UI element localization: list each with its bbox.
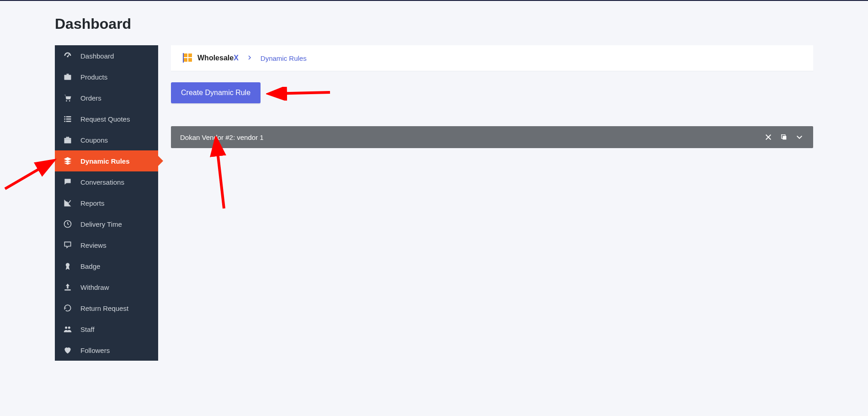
sidebar-item-label: Request Quotes (80, 115, 130, 123)
svg-rect-20 (188, 58, 192, 62)
upload-icon (63, 283, 72, 292)
cart-icon (63, 93, 72, 102)
sidebar-item-label: Dynamic Rules (80, 157, 130, 165)
sidebar-item-label: Badge (80, 262, 100, 270)
svg-point-2 (66, 100, 67, 101)
layers-icon (63, 156, 72, 165)
sidebar-item-label: Followers (80, 347, 110, 354)
award-icon (63, 261, 72, 271)
copy-icon[interactable] (779, 133, 788, 142)
svg-rect-5 (66, 116, 71, 117)
svg-rect-17 (184, 53, 187, 57)
sidebar-item-label: Conversations (80, 178, 124, 186)
svg-rect-19 (184, 58, 187, 62)
sidebar-item-orders[interactable]: Orders (55, 87, 158, 108)
main-content: WholesaleX Dynamic Rules Create Dynamic … (171, 45, 813, 148)
gift-icon (63, 135, 72, 144)
svg-point-3 (69, 100, 70, 101)
sidebar-item-badge[interactable]: Badge (55, 256, 158, 277)
svg-rect-1 (64, 75, 71, 80)
svg-rect-4 (64, 116, 66, 117)
sidebar-item-label: Dashboard (80, 52, 114, 60)
sidebar-item-delivery-time[interactable]: Delivery Time (55, 213, 158, 235)
svg-rect-8 (64, 121, 66, 122)
sidebar-item-return-request[interactable]: Return Request (55, 298, 158, 319)
sidebar-item-label: Orders (80, 94, 101, 102)
sidebar-item-conversations[interactable]: Conversations (55, 171, 158, 192)
sidebar-item-label: Withdraw (80, 283, 109, 291)
svg-rect-9 (66, 121, 71, 122)
sidebar-item-label: Staff (80, 325, 95, 333)
svg-rect-14 (64, 289, 70, 291)
users-icon (63, 325, 72, 334)
close-icon[interactable] (764, 133, 773, 142)
svg-rect-11 (64, 138, 71, 139)
sidebar-item-request-quotes[interactable]: Request Quotes (55, 108, 158, 129)
chevron-down-icon[interactable] (795, 133, 804, 142)
sidebar-item-dynamic-rules[interactable]: Dynamic Rules (55, 150, 158, 171)
sidebar-item-label: Reports (80, 199, 105, 207)
sidebar-item-label: Delivery Time (80, 220, 122, 228)
heart-icon (63, 346, 72, 355)
refresh-icon (63, 304, 72, 313)
rule-label: Dokan Vendor #2: vendor 1 (180, 133, 764, 141)
svg-rect-10 (64, 139, 71, 143)
sidebar-item-label: Reviews (80, 241, 107, 249)
brand-text: WholesaleX (197, 54, 239, 62)
sidebar-item-products[interactable]: Products (55, 66, 158, 87)
sidebar-item-label: Products (80, 73, 107, 81)
comment-icon (63, 240, 72, 250)
svg-rect-6 (64, 118, 66, 120)
breadcrumb-current[interactable]: Dynamic Rules (261, 54, 307, 62)
sidebar-item-label: Return Request (80, 304, 128, 312)
svg-point-16 (68, 326, 70, 329)
sidebar: DashboardProductsOrdersRequest QuotesCou… (55, 45, 158, 361)
breadcrumb: WholesaleX Dynamic Rules (171, 45, 813, 71)
page-title: Dashboard (55, 16, 813, 32)
svg-rect-21 (783, 136, 786, 139)
svg-rect-7 (66, 118, 71, 120)
svg-point-15 (65, 326, 67, 329)
sidebar-item-staff[interactable]: Staff (55, 319, 158, 340)
create-dynamic-rule-button[interactable]: Create Dynamic Rule (171, 82, 261, 103)
brand-logo-icon (183, 53, 194, 64)
rule-actions (764, 133, 804, 142)
sidebar-item-dashboard[interactable]: Dashboard (55, 45, 158, 66)
svg-point-13 (66, 263, 69, 267)
sidebar-item-followers[interactable]: Followers (55, 340, 158, 361)
chart-icon (63, 198, 72, 208)
svg-rect-18 (188, 53, 192, 57)
clock-icon (63, 219, 72, 229)
sidebar-item-coupons[interactable]: Coupons (55, 129, 158, 150)
rule-row[interactable]: Dokan Vendor #2: vendor 1 (171, 126, 813, 148)
sidebar-item-label: Coupons (80, 136, 108, 144)
briefcase-icon (63, 72, 72, 81)
sidebar-item-reports[interactable]: Reports (55, 192, 158, 213)
list-icon (63, 114, 72, 123)
brand[interactable]: WholesaleX (183, 53, 239, 64)
sidebar-item-withdraw[interactable]: Withdraw (55, 277, 158, 298)
chevron-right-icon (247, 54, 252, 62)
sidebar-item-reviews[interactable]: Reviews (55, 235, 158, 256)
gauge-icon (63, 51, 72, 60)
chat-icon (63, 177, 72, 187)
